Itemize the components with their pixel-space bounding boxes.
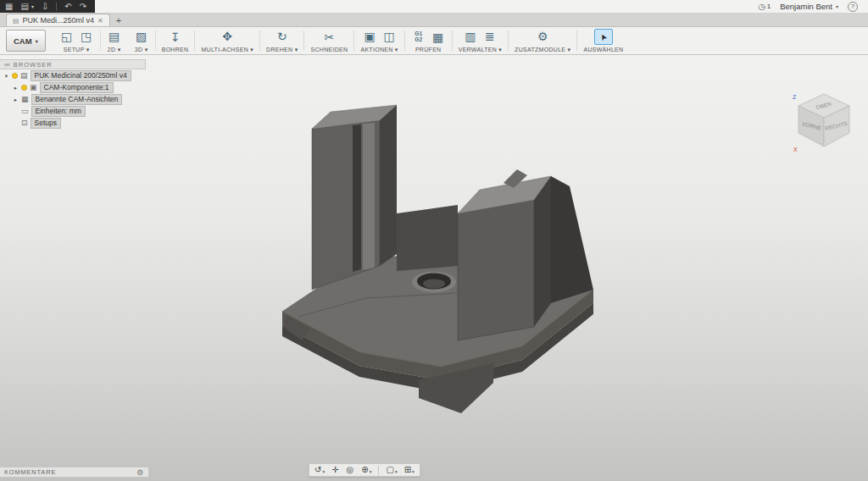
viewport-layout-button[interactable]: ⊞ ▾ (404, 466, 415, 474)
document-icon: ▤ (13, 17, 19, 25)
browser-title: BROWSER (14, 61, 53, 69)
left-tower-ridge-face[interactable] (363, 123, 375, 270)
expand-caret-icon[interactable]: ▸ (13, 97, 19, 103)
toolbar-label-zusatzmodule[interactable]: ZUSATZMODULE ▾ (515, 47, 570, 53)
toolbar-group-verwalten: ▥ ≣ VERWALTEN ▾ (453, 27, 508, 54)
stock-setup-icon[interactable]: ◳ (79, 29, 94, 44)
comments-bar[interactable]: KOMMENTARE ⚙ (0, 467, 149, 478)
right-tower-side-face[interactable] (534, 176, 551, 327)
toolbar-label-setup[interactable]: SETUP ▾ (64, 47, 90, 53)
toolbar-group-setup: ◱ ◳ SETUP ▾ (53, 27, 100, 54)
pan-button[interactable]: ✛ (331, 466, 339, 474)
viewcube[interactable]: Z OBEN VORNE RECHTS X (788, 86, 860, 157)
app-grid-icon[interactable]: ▦ (5, 3, 13, 11)
display-settings-button[interactable]: ▢ ▾ (386, 466, 397, 474)
browser-item-root[interactable]: ▾ ▤ PUK Medicinal 200/250ml v4 (0, 70, 146, 81)
save-icon[interactable]: ⇩ (42, 3, 48, 11)
user-name: Benjamin Bent (780, 2, 832, 11)
chevron-down-icon[interactable]: ▾ (412, 470, 415, 475)
toolbar-label-verwalten[interactable]: VERWALTEN ▾ (459, 47, 502, 53)
post-process-icon[interactable]: ▣ (362, 29, 377, 44)
ribbon-toolbar: CAM ▾ ◱ ◳ SETUP ▾ ▤ 2D ▾ ▨ 3D ▾ ↧ BOHREN… (0, 27, 868, 55)
toolbar-label-multi-achsen[interactable]: MULTI-ACHSEN ▾ (201, 47, 253, 53)
workspace-switcher[interactable]: CAM ▾ (6, 30, 46, 52)
document-tab[interactable]: ▤ PUK Medi...250ml v4 ✕ (6, 14, 110, 26)
visibility-bulb-icon[interactable] (21, 85, 27, 91)
expand-caret-icon[interactable]: ▸ (13, 85, 19, 91)
browser-panel: «« BROWSER ▾ ▤ PUK Medicinal 200/250ml v… (0, 59, 146, 129)
redo-icon[interactable]: ↷ (80, 3, 86, 11)
add-ins-icon[interactable]: ⚙ (535, 29, 550, 44)
toolbar-label-schneiden[interactable]: SCHNEIDEN (310, 47, 348, 53)
drill-icon[interactable]: ↧ (168, 30, 183, 45)
browser-item-label[interactable]: Setups (31, 118, 61, 129)
toolbar-label-pruefen[interactable]: PRÜFEN (415, 47, 442, 53)
3d-strategies-icon[interactable]: ▨ (134, 29, 149, 44)
axis-z-label: Z (793, 94, 797, 100)
titlebar: ▦ ▤ ▾ ⇩ ↶ ↷ ◷ 1 Benjamin Bent ▾ ? (0, 0, 868, 14)
notifications-button[interactable]: ◷ 1 (758, 2, 771, 11)
select-icon[interactable]: ➤ (594, 29, 613, 45)
browser-item-setups[interactable]: ⊡ Setups (0, 118, 146, 129)
toolbar-group-pruefen: G1 G2 ▦ PRÜFEN (405, 27, 452, 54)
toolbar-label-bohren[interactable]: BOHREN (162, 47, 189, 53)
toolbar-label-auswaehlen[interactable]: AUSWÄHLEN (583, 47, 623, 53)
chevron-down-icon[interactable]: ▾ (370, 470, 372, 475)
browser-item-units[interactable]: ▭ Einheiten: mm (0, 106, 146, 117)
close-icon[interactable]: ✕ (97, 17, 103, 25)
multi-axis-icon[interactable]: ✥ (220, 29, 235, 44)
titlebar-divider (56, 3, 57, 11)
visibility-bulb-icon[interactable] (12, 73, 18, 79)
browser-item-label[interactable]: Benannte CAM-Ansichten (31, 94, 123, 105)
browser-item-component[interactable]: ▸ ▣ CAM-Komponente:1 (0, 82, 146, 93)
setup-sheet-icon[interactable]: ◫ (381, 29, 397, 44)
expand-caret-icon[interactable]: ▾ (3, 73, 9, 80)
right-extension-face[interactable] (551, 176, 593, 303)
document-icon: ▤ (20, 72, 28, 80)
tool-library-icon[interactable]: ▥ (463, 29, 478, 44)
toolbar-label-drehen[interactable]: DREHEN ▾ (266, 47, 298, 53)
new-tab-button[interactable]: + (116, 14, 121, 26)
look-at-icon: ◎ (347, 466, 354, 474)
gear-icon[interactable]: ⚙ (136, 468, 144, 477)
center-block-face[interactable] (397, 205, 458, 271)
navbar-divider (378, 466, 379, 475)
left-tower-groove-face[interactable] (353, 124, 361, 272)
browser-item-label[interactable]: PUK Medicinal 200/250ml v4 (31, 70, 131, 81)
component-icon: ▣ (30, 84, 37, 91)
cad-part[interactable] (282, 105, 593, 413)
look-at-button[interactable]: ◎ (347, 466, 355, 474)
file-menu-caret-icon[interactable]: ▾ (31, 4, 34, 9)
browser-item-named-views[interactable]: ▸ ▦ Benannte CAM-Ansichten (0, 94, 146, 105)
zoom-button[interactable]: ⊕ ▾ (361, 466, 371, 474)
toolbar-label-2d[interactable]: 2D ▾ (108, 47, 121, 53)
turning-icon[interactable]: ↻ (275, 29, 290, 44)
orbit-button[interactable]: ↺ ▾ (314, 466, 325, 474)
left-tower-side-face[interactable] (380, 105, 397, 266)
pan-icon: ✛ (331, 466, 338, 474)
viewport-layout-icon: ⊞ (404, 466, 411, 474)
cutting-icon[interactable]: ✂ (321, 30, 337, 45)
toolbar-label-aktionen[interactable]: AKTIONEN ▾ (360, 47, 398, 53)
browser-item-label[interactable]: CAM-Komponente:1 (40, 82, 114, 93)
chevron-down-icon[interactable]: ▾ (322, 470, 325, 475)
toolbar-label-3d[interactable]: 3D ▾ (135, 47, 148, 53)
undo-icon[interactable]: ↶ (64, 3, 71, 11)
browser-item-label[interactable]: Einheiten: mm (31, 106, 86, 117)
task-manager-icon[interactable]: ≣ (482, 29, 498, 44)
toolbar-group-2d: ▤ 2D ▾ (101, 27, 128, 54)
toolbar-group-auswaehlen: ➤ AUSWÄHLEN (577, 27, 629, 54)
simulate-gcode-icon[interactable]: G1 G2 (411, 30, 426, 45)
file-menu-icon[interactable]: ▤ (20, 3, 28, 11)
2d-strategies-icon[interactable]: ▤ (107, 29, 122, 44)
collapse-panel-icon[interactable]: «« (4, 62, 9, 68)
toolbar-group-3d: ▨ 3D ▾ (128, 27, 155, 54)
chevron-down-icon: ▾ (836, 3, 838, 9)
chevron-down-icon[interactable]: ▾ (395, 470, 398, 475)
right-tower-front-face[interactable] (458, 200, 534, 340)
new-setup-icon[interactable]: ◱ (59, 29, 75, 44)
user-menu[interactable]: Benjamin Bent ▾ (780, 2, 838, 11)
statistics-icon[interactable]: ▦ (431, 30, 446, 45)
browser-header[interactable]: «« BROWSER (0, 59, 146, 69)
help-button[interactable]: ? (848, 2, 858, 12)
